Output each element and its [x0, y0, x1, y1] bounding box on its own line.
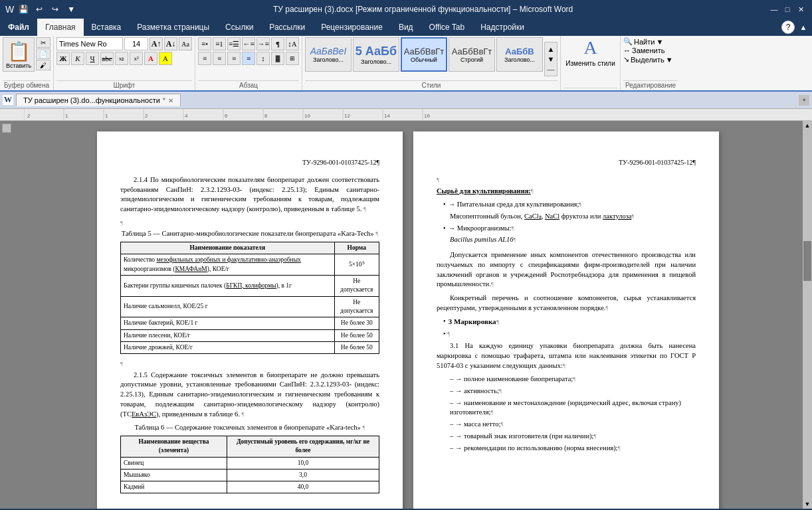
list-item-4: – → масса нетто;¶ [450, 420, 696, 430]
change-styles-button[interactable]: A [583, 37, 597, 58]
increase-font-button[interactable]: A↑ [150, 37, 163, 50]
scroll-thumb[interactable] [803, 241, 811, 281]
bullet-arrow-2: • [443, 224, 446, 234]
more-styles-button[interactable]: ▲ ▼ — [544, 42, 558, 76]
paste-button[interactable]: 📋 Вставить [3, 37, 35, 72]
table6-row1-col1: Свинец [121, 457, 227, 469]
clipboard-group-content: 📋 Вставить ✂ 📄 🖌 [3, 37, 51, 80]
sort-button[interactable]: ↕A [286, 37, 299, 50]
table6-row2-col2: 3,0 [227, 469, 379, 481]
list-item-5: – → товарный знак изготовителя (при нали… [450, 432, 696, 442]
select-button[interactable]: ↘ Выделить ▼ [623, 55, 673, 64]
table5-col2-header: Норма [334, 242, 379, 254]
minimize-button[interactable]: — [768, 3, 780, 15]
ribbon-minimize-button[interactable]: ▲ [797, 21, 809, 33]
table5-row1-col2: 5×10⁵ [334, 254, 379, 276]
align-center-button[interactable]: ≡ [213, 52, 226, 65]
format-painter-button[interactable]: 🖌 [36, 60, 51, 70]
align-right-button[interactable]: ≡ [227, 52, 241, 65]
align-justify-button[interactable]: ≡ [242, 52, 255, 65]
bullet-item-2b: Bacillus pumilus AL16¶ [450, 235, 696, 245]
find-button[interactable]: 🔍 Найти ▼ [623, 37, 663, 46]
text-color-button[interactable]: A [144, 52, 157, 65]
vertical-scrollbar[interactable]: ▲ ▼ [803, 121, 812, 509]
find-label: Найти [634, 38, 655, 46]
right-para1: Допускается применение иных компонентов … [437, 250, 696, 290]
borders-button[interactable]: ⊞ [286, 52, 299, 65]
font-name-input[interactable] [56, 37, 123, 50]
tab-file[interactable]: Файл [0, 19, 37, 36]
customize-qat-button[interactable]: ▼ [64, 3, 78, 16]
close-button[interactable]: ✕ [795, 3, 807, 15]
save-button[interactable]: 💾 [17, 3, 30, 16]
shading-button[interactable]: ▓ [271, 52, 284, 65]
left-para-blank1: ¶ [120, 218, 379, 228]
table5-row6-col1: Наличие дрожжей, КОЕ/г [121, 341, 335, 353]
table5-row2-col1: Бактерии группы кишечных палочек (БГКП, … [121, 276, 335, 297]
show-formatting-button[interactable]: ¶ [271, 37, 284, 50]
tab-page-layout[interactable]: Разметка страницы [129, 19, 217, 36]
copy-button[interactable]: 📄 [36, 48, 51, 59]
style-heading1-label: Заголово... [313, 56, 344, 63]
style-normal-button[interactable]: АаБбВвГт Обычный [401, 37, 447, 72]
align-left-button[interactable]: ≡ [198, 52, 211, 65]
table6: Наименование вещества (элемента) Допусти… [120, 436, 379, 493]
font-size-input[interactable] [124, 37, 148, 50]
scroll-down-button[interactable]: ▼ [803, 499, 812, 509]
page-navigator-button[interactable] [2, 124, 11, 133]
tab-office[interactable]: Office Tab [421, 19, 473, 36]
main-area: ТУ-9296-001-01037425-12¶ 2.1.4 По микроб… [0, 121, 812, 509]
cut-button[interactable]: ✂ [36, 37, 51, 48]
font-name-row: A↑ A↓ Aa [56, 37, 192, 50]
document-tab[interactable]: ТУ расширен (3).do...функциональности * … [16, 94, 181, 106]
undo-button[interactable]: ↩ [33, 3, 46, 16]
title-bar-left: W 💾 ↩ ↪ ▼ [5, 3, 78, 16]
superscript-button[interactable]: x² [130, 52, 143, 65]
svg-text:1: 1 [105, 113, 108, 119]
tab-mailings[interactable]: Рассылки [261, 19, 313, 36]
tab-review[interactable]: Рецензирование [313, 19, 391, 36]
maximize-button[interactable]: □ [781, 3, 793, 15]
change-styles-label[interactable]: Изменить стили [565, 60, 615, 67]
tab-home[interactable]: Главная [37, 19, 84, 36]
scroll-track[interactable] [803, 130, 812, 499]
increase-indent-button[interactable]: →≡ [256, 37, 270, 50]
clear-format-button[interactable]: Aa [179, 37, 192, 50]
subscript-button[interactable]: x₂ [115, 52, 128, 65]
multilevel-list-button[interactable]: ≡☰ [227, 37, 241, 50]
decrease-font-button[interactable]: A↓ [164, 37, 177, 50]
tab-insert[interactable]: Вставка [84, 19, 130, 36]
bold-button[interactable]: Ж [56, 52, 70, 65]
tab-view[interactable]: Вид [391, 19, 421, 36]
table6-row1-col2: 10,0 [227, 457, 379, 469]
table6-row3-col2: 40,0 [227, 481, 379, 493]
editing-group-content: 🔍 Найти ▼ ↔ Заменить ↘ Выделить ▼ [623, 37, 678, 80]
right-para2: Конкретный перечень и соотношение компон… [437, 294, 696, 313]
replace-button[interactable]: ↔ Заменить [623, 46, 664, 54]
highlight-button[interactable]: A [159, 52, 172, 65]
scroll-up-button[interactable]: ▲ [803, 121, 812, 130]
tab-references[interactable]: Ссылки [217, 19, 261, 36]
new-tab-button[interactable]: + [799, 95, 809, 106]
bullets-button[interactable]: ≡• [198, 37, 211, 50]
line-spacing-button[interactable]: ↕ [256, 52, 270, 65]
table5-row4-col1: Наличие бактерий, КОЕ/1 г [121, 317, 335, 329]
strikethrough-button[interactable]: abc [100, 52, 114, 65]
doc-tab-close-button[interactable]: ✕ [168, 97, 173, 104]
underline-button[interactable]: Ч [86, 52, 99, 65]
numbering-button[interactable]: ≡1 [213, 37, 226, 50]
table-row: Мышьяко 3,0 [121, 469, 379, 481]
style-heading2-button[interactable]: 5 АаБб Заголово... [353, 37, 399, 72]
title-bar: W 💾 ↩ ↪ ▼ ТУ расширен (3).docx [Режим ог… [0, 0, 812, 19]
decrease-indent-button[interactable]: ←≡ [242, 37, 255, 50]
redo-button[interactable]: ↪ [49, 3, 62, 16]
help-button[interactable]: ? [781, 21, 795, 34]
italic-button[interactable]: К [71, 52, 84, 65]
style-heading1-button[interactable]: АаБвВеI Заголово... [305, 37, 352, 72]
style-heading3-button[interactable]: АаБбВ Заголово... [496, 37, 543, 72]
tab-addins[interactable]: Надстройки [472, 19, 532, 36]
style-strict-button[interactable]: АаБбВвГт Строгий [449, 37, 495, 72]
pages-container[interactable]: ТУ-9296-001-01037425-12¶ 2.1.4 По микроб… [13, 121, 803, 509]
paste-icon: 📋 [7, 41, 31, 62]
svg-text:2: 2 [27, 113, 31, 119]
